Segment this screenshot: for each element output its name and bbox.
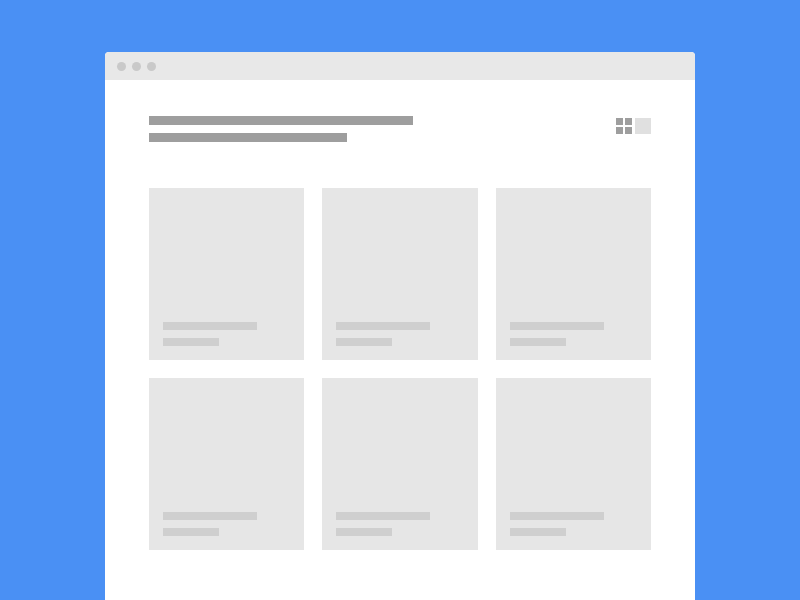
page-title: [149, 116, 413, 125]
card[interactable]: [149, 188, 304, 360]
minimize-icon[interactable]: [132, 62, 141, 71]
card[interactable]: [496, 378, 651, 550]
card[interactable]: [322, 188, 477, 360]
headings: [149, 116, 413, 142]
card-subtitle: [336, 528, 392, 536]
title-bar: [105, 52, 695, 80]
card-title: [510, 322, 604, 330]
card[interactable]: [149, 378, 304, 550]
view-toggle: [616, 118, 651, 134]
card[interactable]: [496, 188, 651, 360]
header-row: [149, 116, 651, 142]
maximize-icon[interactable]: [147, 62, 156, 71]
card[interactable]: [322, 378, 477, 550]
browser-window: [105, 52, 695, 600]
card-title: [336, 512, 430, 520]
close-icon[interactable]: [117, 62, 126, 71]
card-subtitle: [510, 338, 566, 346]
grid-view-icon[interactable]: [616, 118, 632, 134]
card-title: [336, 322, 430, 330]
card-subtitle: [163, 528, 219, 536]
card-subtitle: [510, 528, 566, 536]
card-title: [510, 512, 604, 520]
card-subtitle: [336, 338, 392, 346]
list-view-icon[interactable]: [635, 118, 651, 134]
page-subtitle: [149, 133, 347, 142]
card-grid: [149, 188, 651, 550]
card-subtitle: [163, 338, 219, 346]
card-title: [163, 512, 257, 520]
card-title: [163, 322, 257, 330]
page-content: [105, 80, 695, 600]
